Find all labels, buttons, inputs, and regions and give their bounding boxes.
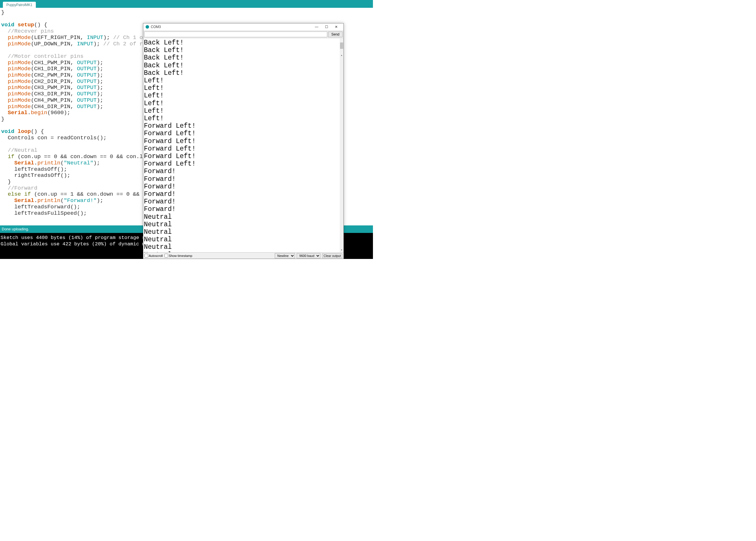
str: "Neutral" bbox=[64, 160, 94, 166]
code-line: leftTreadsFullSpeed(); bbox=[14, 210, 87, 217]
serial-titlebar[interactable]: COM3 — ☐ ✕ bbox=[143, 23, 344, 31]
code-line: leftTreadsForward(); bbox=[14, 204, 80, 210]
serial-footer: Autoscroll Show timestamp Newline 9600 b… bbox=[143, 252, 344, 259]
fn: pinMode bbox=[8, 78, 31, 85]
send-button[interactable]: Send bbox=[328, 32, 343, 37]
arduino-icon bbox=[145, 25, 149, 29]
code: (9600); bbox=[47, 110, 71, 116]
code: ); bbox=[97, 84, 104, 91]
code: ); bbox=[97, 91, 104, 97]
code: ); bbox=[97, 72, 104, 78]
fn: begin bbox=[31, 110, 47, 116]
status-text: Done uploading. bbox=[2, 227, 29, 231]
const: OUTPUT bbox=[77, 91, 97, 97]
code: (UP_DOWN_PIN, bbox=[31, 41, 77, 47]
fn-setup: setup bbox=[18, 22, 34, 28]
const: OUTPUT bbox=[77, 66, 97, 72]
console-line: Sketch uses 4400 bytes (14%) of program … bbox=[1, 235, 148, 241]
code-line: } bbox=[1, 116, 4, 122]
serial-title: COM3 bbox=[151, 25, 161, 29]
const: OUTPUT bbox=[77, 84, 97, 91]
serial: Serial bbox=[8, 110, 27, 116]
const: OUTPUT bbox=[77, 72, 97, 78]
code: ); bbox=[97, 60, 104, 66]
clear-output-button[interactable]: Clear output bbox=[322, 254, 342, 258]
serial: Serial bbox=[14, 198, 34, 204]
fn: println bbox=[37, 198, 60, 204]
code: (CH4_DIR_PIN, bbox=[31, 104, 77, 110]
scroll-thumb[interactable] bbox=[340, 43, 343, 49]
minimize-button[interactable]: — bbox=[312, 24, 322, 30]
kw-if: if bbox=[8, 154, 14, 160]
timestamp-toggle[interactable]: Show timestamp bbox=[164, 254, 192, 258]
code: ); bbox=[93, 41, 103, 47]
timestamp-checkbox[interactable] bbox=[164, 254, 168, 258]
serial-send-row: Send bbox=[143, 31, 344, 38]
code: (CH4_PWM_PIN, bbox=[31, 97, 77, 104]
fn: pinMode bbox=[8, 72, 31, 78]
code: ); bbox=[104, 34, 113, 41]
tab-strip: PuppyPatrolMK1 bbox=[0, 0, 373, 8]
code: (CH3_DIR_PIN, bbox=[31, 91, 77, 97]
autoscroll-checkbox[interactable] bbox=[144, 254, 148, 258]
serial-monitor-window: COM3 — ☐ ✕ Send Back Left! Back Left! Ba… bbox=[143, 23, 344, 259]
const: OUTPUT bbox=[77, 97, 97, 104]
code: ( bbox=[60, 160, 64, 166]
code: (CH1_PWM_PIN, bbox=[31, 60, 77, 66]
code-line: rightTreadsOff(); bbox=[14, 172, 71, 179]
fn: pinMode bbox=[8, 97, 31, 104]
code: (LEFT_RIGHT_PIN, bbox=[31, 34, 87, 41]
timestamp-label: Show timestamp bbox=[169, 254, 192, 258]
console-line: Global variables use 422 bytes (20%) of … bbox=[1, 241, 148, 247]
comment: //Forward bbox=[8, 185, 38, 191]
str: "Forward!" bbox=[64, 198, 97, 204]
code: (CH1_DIR_PIN, bbox=[31, 66, 77, 72]
code: . bbox=[34, 198, 37, 204]
autoscroll-toggle[interactable]: Autoscroll bbox=[144, 254, 163, 258]
comment: //Recever pins bbox=[8, 28, 54, 34]
code: ); bbox=[93, 160, 100, 166]
line-ending-select[interactable]: Newline bbox=[275, 253, 295, 259]
scroll-up-icon[interactable]: ▴ bbox=[340, 53, 344, 58]
scrollbar[interactable]: ▴ ▾ bbox=[340, 38, 344, 252]
code: ); bbox=[97, 104, 104, 110]
serial-input[interactable] bbox=[144, 32, 327, 37]
scroll-down-icon[interactable]: ▾ bbox=[340, 248, 344, 252]
code: ); bbox=[97, 66, 104, 72]
serial-output-text: Back Left! Back Left! Back Left! Back Le… bbox=[144, 39, 195, 252]
code: . bbox=[34, 160, 37, 166]
comment: //Neutral bbox=[8, 147, 38, 154]
code: (CH2_PWM_PIN, bbox=[31, 72, 77, 78]
code-line: } bbox=[1, 9, 4, 16]
const: OUTPUT bbox=[77, 60, 97, 66]
const: INPUT bbox=[77, 41, 93, 47]
maximize-button[interactable]: ☐ bbox=[322, 24, 331, 30]
const: OUTPUT bbox=[77, 78, 97, 85]
close-button[interactable]: ✕ bbox=[331, 24, 341, 30]
code-line: leftTreadsOff(); bbox=[14, 166, 67, 173]
fn: pinMode bbox=[8, 41, 31, 47]
autoscroll-label: Autoscroll bbox=[149, 254, 163, 258]
fn: pinMode bbox=[8, 34, 31, 41]
code-line: } bbox=[8, 179, 11, 185]
kw-void: void bbox=[1, 128, 14, 135]
fn: pinMode bbox=[8, 66, 31, 72]
sketch-tab[interactable]: PuppyPatrolMK1 bbox=[3, 2, 36, 8]
baud-select[interactable]: 9600 baud bbox=[297, 253, 320, 259]
comment: //Motor controller pins bbox=[8, 53, 84, 60]
fn: pinMode bbox=[8, 60, 31, 66]
code: (CH2_DIR_PIN, bbox=[31, 78, 77, 85]
code: () { bbox=[34, 22, 47, 28]
const: INPUT bbox=[87, 34, 103, 41]
fn: pinMode bbox=[8, 104, 31, 110]
fn: pinMode bbox=[8, 91, 31, 97]
code: (CH3_PWM_PIN, bbox=[31, 84, 77, 91]
code: ); bbox=[97, 198, 104, 204]
code: ( bbox=[60, 198, 64, 204]
code: ); bbox=[97, 97, 104, 104]
kw-elseif: else if bbox=[8, 191, 31, 198]
serial-output[interactable]: Back Left! Back Left! Back Left! Back Le… bbox=[143, 38, 344, 252]
code: . bbox=[27, 110, 31, 116]
fn: println bbox=[37, 160, 60, 166]
const: OUTPUT bbox=[77, 104, 97, 110]
